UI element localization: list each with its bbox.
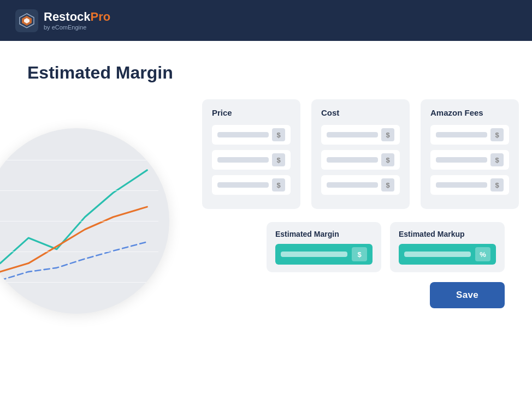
navbar: RestockPro by eComEngine bbox=[0, 0, 532, 41]
amazon-input-row-3[interactable]: $ bbox=[430, 175, 509, 195]
cards-row: Price $ $ $ Cost $ $ bbox=[202, 99, 505, 209]
price-card: Price $ $ $ bbox=[202, 99, 300, 209]
cost-input-row-3[interactable]: $ bbox=[321, 175, 400, 195]
amazon-dollar-2: $ bbox=[490, 153, 504, 166]
chart-bg-lines bbox=[0, 128, 169, 314]
price-bar-2 bbox=[217, 157, 269, 163]
estimated-markup-title: Estimated Markup bbox=[399, 230, 496, 238]
h-line-5 bbox=[0, 282, 158, 283]
amazon-fees-card: Amazon Fees $ $ $ bbox=[421, 99, 519, 209]
amazon-input-row-2[interactable]: $ bbox=[430, 150, 509, 170]
cost-dollar-2: $ bbox=[381, 153, 394, 166]
estimated-markup-card: Estimated Markup % bbox=[390, 222, 505, 272]
h-line-4 bbox=[0, 252, 158, 252]
main-content: Estimated Margin Price $ $ $ Cost $ bbox=[0, 41, 532, 401]
cost-bar-3 bbox=[327, 182, 378, 188]
price-dollar-3: $ bbox=[272, 178, 285, 191]
cost-card: Cost $ $ $ bbox=[311, 99, 410, 209]
h-line-1 bbox=[0, 160, 158, 160]
estimated-markup-input[interactable]: % bbox=[399, 244, 496, 265]
price-input-row-3[interactable]: $ bbox=[212, 175, 291, 195]
price-dollar-2: $ bbox=[272, 153, 285, 166]
cost-input-row-1[interactable]: $ bbox=[321, 125, 400, 145]
amazon-bar-3 bbox=[436, 182, 487, 188]
logo-text-container: RestockPro by eComEngine bbox=[44, 10, 110, 30]
cost-dollar-3: $ bbox=[381, 178, 394, 191]
page-title: Estimated Margin bbox=[27, 63, 505, 83]
cost-bar-1 bbox=[327, 132, 378, 137]
price-input-row-1[interactable]: $ bbox=[212, 125, 291, 145]
logo-icon bbox=[15, 9, 38, 32]
price-dollar-1: $ bbox=[272, 128, 285, 141]
logo-container: RestockPro by eComEngine bbox=[15, 9, 110, 32]
estimated-markup-bar bbox=[404, 252, 471, 257]
amazon-fees-card-title: Amazon Fees bbox=[430, 108, 509, 117]
cost-dollar-1: $ bbox=[381, 128, 394, 141]
cost-card-title: Cost bbox=[321, 108, 400, 117]
price-bar-1 bbox=[217, 132, 269, 137]
amazon-bar-2 bbox=[436, 157, 487, 163]
cost-input-row-2[interactable]: $ bbox=[321, 150, 400, 170]
price-bar-3 bbox=[217, 182, 269, 188]
logo-sub: by eComEngine bbox=[44, 24, 110, 31]
circle-chart bbox=[0, 128, 169, 314]
amazon-input-row-1[interactable]: $ bbox=[430, 125, 509, 145]
estimated-margin-title: Estimated Margin bbox=[275, 230, 373, 238]
estimated-margin-input[interactable]: $ bbox=[275, 244, 373, 265]
h-line-3 bbox=[0, 221, 158, 222]
price-input-row-2[interactable]: $ bbox=[212, 150, 291, 170]
estimated-margin-badge: $ bbox=[352, 247, 367, 261]
amazon-bar-1 bbox=[436, 132, 487, 137]
estimated-margin-bar bbox=[281, 252, 347, 257]
h-line-2 bbox=[0, 190, 158, 191]
cost-bar-2 bbox=[327, 157, 378, 163]
amazon-dollar-1: $ bbox=[490, 128, 504, 141]
price-card-title: Price bbox=[212, 108, 291, 117]
amazon-dollar-3: $ bbox=[490, 178, 504, 191]
save-button[interactable]: Save bbox=[430, 282, 505, 308]
estimated-markup-badge: % bbox=[475, 247, 490, 261]
estimated-margin-card: Estimated Margin $ bbox=[267, 222, 381, 272]
logo-accent: Pro bbox=[91, 10, 111, 23]
logo-name: RestockPro bbox=[44, 10, 110, 23]
